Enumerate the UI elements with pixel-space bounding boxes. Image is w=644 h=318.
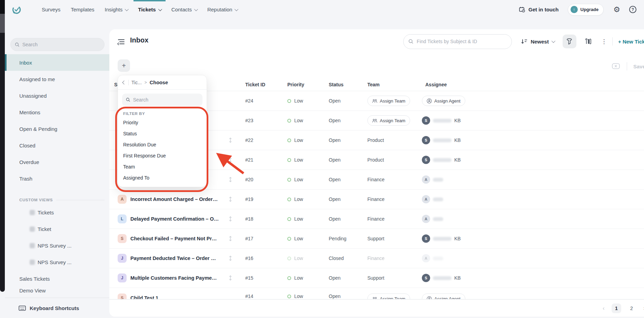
filter-option-resolution-due[interactable]: Resolution Due: [118, 139, 207, 150]
table-row[interactable]: AIncorrect Amount Charged – Order… #19 L…: [109, 190, 644, 209]
get-in-touch-button[interactable]: Get in touch: [519, 6, 559, 13]
assign-agent-button[interactable]: Assign Agent: [422, 293, 465, 299]
settings-gear-icon[interactable]: ⚙: [613, 6, 620, 13]
assignee-avatar: S: [422, 274, 430, 282]
assignee-avatar: A: [422, 254, 430, 262]
table-row[interactable]: JPayment Deducted Twice – Order … #16 Lo…: [109, 249, 644, 268]
assign-team-button[interactable]: Assign Team: [367, 293, 410, 299]
assignee-cell[interactable]: SKB: [422, 136, 644, 144]
filter-option-priority[interactable]: Priority: [118, 117, 207, 128]
pagination-page-1[interactable]: 1: [612, 303, 621, 313]
drag-handle[interactable]: [225, 255, 236, 261]
team-cell: Finance: [367, 177, 422, 182]
sidebar-search-input[interactable]: [22, 42, 100, 47]
table-row[interactable]: SChild Test 1 #14 Low Open Assign Team A…: [109, 288, 644, 299]
search-icon: [408, 39, 414, 44]
nav-tickets[interactable]: Tickets: [133, 0, 166, 19]
nav-insights[interactable]: Insights: [100, 0, 133, 19]
nav-contacts[interactable]: Contacts: [166, 0, 202, 19]
assignee-cell[interactable]: SKB: [422, 274, 644, 282]
more-options-button[interactable]: ⋮: [600, 38, 608, 45]
filter-option-status[interactable]: Status: [118, 128, 207, 139]
new-ticket-button[interactable]: + New Ticket: [618, 39, 644, 45]
redacted-name: [433, 158, 452, 162]
chevron-left-icon[interactable]: [122, 80, 126, 84]
upgrade-button[interactable]: ↑ Upgrade: [568, 4, 604, 16]
sidebar-item-mentions[interactable]: Mentions: [5, 104, 109, 121]
custom-view-tickets[interactable]: Tickets: [5, 204, 109, 221]
keyboard-shortcuts-bar[interactable]: Keyboard Shortcuts: [5, 298, 109, 318]
nav-reputation[interactable]: Reputation: [202, 0, 243, 19]
sidebar-search[interactable]: [10, 38, 105, 51]
filter-option-team[interactable]: Team: [118, 161, 207, 172]
priority-low-icon: [287, 257, 291, 260]
filter-search-input[interactable]: [133, 97, 199, 103]
custom-view-nps-survey-2[interactable]: NPS Survey ...: [5, 254, 109, 270]
assignee-cell[interactable]: A: [422, 215, 644, 223]
team-cell: Product: [367, 137, 422, 143]
breadcrumb-parent[interactable]: Tic...: [131, 80, 142, 85]
table-row[interactable]: LDelayed Payment Confirmation – O… #18 L…: [109, 209, 644, 229]
sort-control[interactable]: Newest: [521, 39, 554, 45]
drag-handle[interactable]: [225, 235, 236, 242]
assign-agent-button[interactable]: Assign Agent: [422, 96, 465, 106]
assign-team-button[interactable]: Assign Team: [367, 96, 410, 106]
filter-search[interactable]: [122, 94, 202, 106]
save-view-button[interactable]: Save: [633, 64, 644, 69]
priority-low-icon: [287, 276, 291, 280]
filter-button[interactable]: [563, 35, 576, 48]
redacted-name: [433, 276, 452, 280]
add-filter-button[interactable]: +: [118, 59, 130, 72]
filter-option-assigned-to[interactable]: Assigned To: [118, 172, 207, 183]
sidebar-item-trash[interactable]: Trash: [5, 170, 109, 187]
drag-handle[interactable]: [225, 176, 236, 183]
drag-handle[interactable]: [225, 157, 236, 163]
custom-view-nps-survey-1[interactable]: NPS Survey ...: [5, 237, 109, 254]
collapse-sidebar-icon[interactable]: [117, 38, 125, 46]
drag-handle[interactable]: [225, 196, 236, 202]
filter-option-first-response-due[interactable]: First Response Due: [118, 150, 207, 161]
pagination-prev[interactable]: ‹: [601, 305, 606, 311]
sidebar-item-open-pending[interactable]: Open & Pending: [5, 121, 109, 137]
sidebar-item-inbox[interactable]: Inbox: [5, 54, 109, 71]
assignee-cell[interactable]: A: [422, 195, 644, 203]
upgrade-arrow-icon: ↑: [571, 6, 578, 13]
subject-avatar: A: [118, 195, 127, 204]
nav-templates[interactable]: Templates: [66, 0, 99, 19]
sidebar-item-sales-tickets[interactable]: Sales Tickets: [5, 270, 109, 287]
assignee-cell[interactable]: SKB: [422, 234, 644, 243]
assignee-cell[interactable]: SKB: [422, 156, 644, 164]
clear-filter-icon[interactable]: [612, 63, 621, 69]
drag-handle[interactable]: [225, 216, 236, 222]
assignee-avatar: S: [422, 136, 430, 144]
team-cell: Support: [367, 275, 422, 281]
page-title: Inbox: [130, 36, 148, 44]
drag-handle[interactable]: [225, 137, 236, 143]
sidebar-item-assigned-to-me[interactable]: Assigned to me: [5, 71, 109, 87]
columns-view-button[interactable]: [581, 35, 595, 48]
sidebar-item-unassigned[interactable]: Unassigned: [5, 87, 109, 104]
status-cell: Open: [329, 196, 367, 202]
sidebar-item-clipped[interactable]: Demo View: [5, 288, 109, 292]
brand-logo[interactable]: [12, 4, 21, 15]
assignee-cell[interactable]: A: [422, 175, 644, 184]
custom-view-ticket[interactable]: Ticket: [5, 221, 109, 237]
assign-team-button[interactable]: Assign Team: [367, 115, 410, 126]
ticket-search-input[interactable]: [417, 39, 507, 44]
subject-avatar: S: [118, 293, 127, 299]
divider: [56, 200, 105, 200]
pagination-next[interactable]: ›: [642, 305, 644, 311]
sidebar-item-overdue[interactable]: Overdue: [5, 154, 109, 170]
redacted-name: [433, 138, 452, 142]
pagination-page-2[interactable]: 2: [627, 303, 636, 313]
assignee-cell[interactable]: A: [422, 254, 644, 262]
ticket-search[interactable]: [403, 34, 512, 49]
drag-handle[interactable]: [225, 275, 236, 281]
help-icon[interactable]: ?: [629, 6, 636, 13]
ticket-id: #14: [236, 293, 287, 299]
table-row[interactable]: JMultiple Customers Facing Payme… #15 Lo…: [109, 268, 644, 288]
table-row[interactable]: SCheckout Failed – Payment Not Pr… #17 L…: [109, 229, 644, 249]
sidebar-item-closed[interactable]: Closed: [5, 137, 109, 154]
assignee-cell[interactable]: SKB: [422, 116, 644, 125]
nav-surveys[interactable]: Surveys: [37, 0, 66, 19]
